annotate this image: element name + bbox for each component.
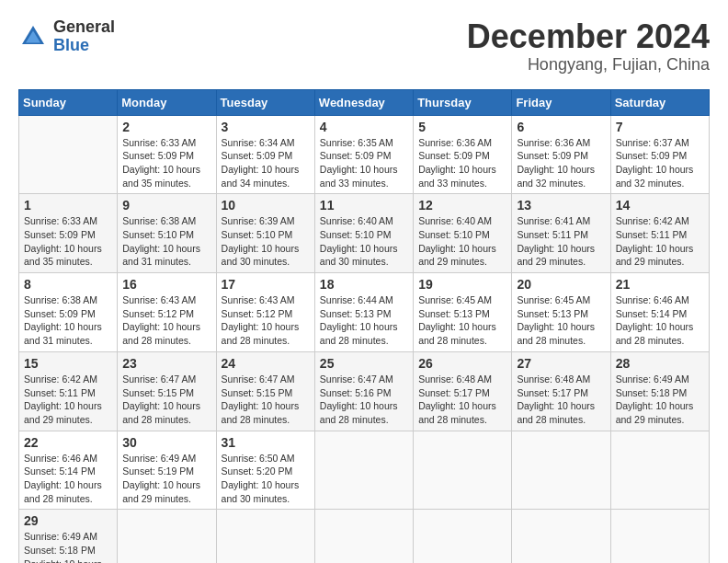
calendar-day-cell: 6Sunrise: 6:36 AM Sunset: 5:09 PM Daylig… [512,115,610,194]
calendar-day-cell: 18Sunrise: 6:44 AM Sunset: 5:13 PM Dayli… [314,273,413,352]
day-of-week-header: Monday [118,89,216,115]
calendar-day-cell: 21Sunrise: 6:46 AM Sunset: 5:14 PM Dayli… [610,273,709,352]
logo: General Blue [18,18,115,55]
calendar-day-cell [314,431,413,510]
calendar-day-cell [19,115,118,194]
day-number: 30 [122,435,210,450]
day-number: 29 [24,513,112,528]
calendar-day-cell: 10Sunrise: 6:39 AM Sunset: 5:10 PM Dayli… [216,194,314,273]
day-detail: Sunrise: 6:36 AM Sunset: 5:09 PM Dayligh… [418,136,506,190]
calendar-day-cell: 23Sunrise: 6:47 AM Sunset: 5:15 PM Dayli… [118,351,216,431]
calendar-day-cell: 29Sunrise: 6:49 AM Sunset: 5:18 PM Dayli… [19,510,118,563]
day-number: 5 [418,120,506,134]
calendar-day-cell: 13Sunrise: 6:41 AM Sunset: 5:11 PM Dayli… [512,194,610,273]
day-number: 28 [616,356,704,371]
day-number: 2 [122,120,210,134]
calendar-day-cell: 14Sunrise: 6:42 AM Sunset: 5:11 PM Dayli… [610,194,709,273]
day-number: 6 [517,120,605,134]
day-number: 26 [418,356,506,371]
calendar-day-cell: 20Sunrise: 6:45 AM Sunset: 5:13 PM Dayli… [512,273,610,352]
day-number: 10 [222,198,310,213]
day-number: 11 [320,198,408,213]
day-detail: Sunrise: 6:41 AM Sunset: 5:11 PM Dayligh… [517,214,605,269]
calendar-day-cell: 26Sunrise: 6:48 AM Sunset: 5:17 PM Dayli… [414,351,512,431]
day-number: 21 [616,277,704,292]
calendar-day-cell: 7Sunrise: 6:37 AM Sunset: 5:09 PM Daylig… [610,115,709,194]
calendar-week-row: 15Sunrise: 6:42 AM Sunset: 5:11 PM Dayli… [19,351,710,431]
day-number: 13 [517,198,605,213]
day-detail: Sunrise: 6:49 AM Sunset: 5:18 PM Dayligh… [616,373,704,427]
calendar-day-cell: 12Sunrise: 6:40 AM Sunset: 5:10 PM Dayli… [414,194,512,273]
day-number: 4 [320,120,408,134]
day-number: 8 [24,277,112,292]
day-number: 14 [616,198,704,213]
day-detail: Sunrise: 6:40 AM Sunset: 5:10 PM Dayligh… [418,214,506,269]
day-number: 9 [122,198,210,213]
day-number: 17 [222,277,310,292]
day-detail: Sunrise: 6:48 AM Sunset: 5:17 PM Dayligh… [418,373,506,427]
day-number: 25 [320,356,408,371]
day-of-week-header: Wednesday [314,89,413,115]
day-number: 22 [24,435,112,450]
day-number: 16 [122,277,210,292]
day-number: 27 [517,356,605,371]
day-number: 31 [222,435,310,450]
day-number: 18 [320,277,408,292]
calendar-day-cell: 3Sunrise: 6:34 AM Sunset: 5:09 PM Daylig… [216,115,314,194]
day-detail: Sunrise: 6:34 AM Sunset: 5:09 PM Dayligh… [222,136,310,190]
day-detail: Sunrise: 6:38 AM Sunset: 5:10 PM Dayligh… [122,214,210,269]
day-detail: Sunrise: 6:39 AM Sunset: 5:10 PM Dayligh… [222,214,310,269]
logo-general: General [53,18,115,37]
day-number: 20 [517,277,605,292]
day-detail: Sunrise: 6:33 AM Sunset: 5:09 PM Dayligh… [24,214,112,269]
calendar-day-cell: 19Sunrise: 6:45 AM Sunset: 5:13 PM Dayli… [414,273,512,352]
title-block: December 2024 Hongyang, Fujian, China [467,18,710,75]
day-detail: Sunrise: 6:40 AM Sunset: 5:10 PM Dayligh… [320,214,408,269]
day-detail: Sunrise: 6:49 AM Sunset: 5:18 PM Dayligh… [24,530,112,563]
calendar-day-cell [216,510,314,563]
day-number: 1 [24,198,112,213]
calendar-day-cell: 1Sunrise: 6:33 AM Sunset: 5:09 PM Daylig… [19,194,118,273]
day-detail: Sunrise: 6:46 AM Sunset: 5:14 PM Dayligh… [616,293,704,348]
logo-icon [18,22,48,52]
calendar-day-cell: 22Sunrise: 6:46 AM Sunset: 5:14 PM Dayli… [19,431,118,510]
calendar-table: SundayMondayTuesdayWednesdayThursdayFrid… [18,89,710,563]
calendar-week-row: 2Sunrise: 6:33 AM Sunset: 5:09 PM Daylig… [19,115,710,194]
day-number: 15 [24,356,112,371]
calendar-day-cell [610,431,709,510]
day-detail: Sunrise: 6:33 AM Sunset: 5:09 PM Dayligh… [122,136,210,190]
day-of-week-header: Sunday [19,89,118,115]
calendar-week-row: 29Sunrise: 6:49 AM Sunset: 5:18 PM Dayli… [19,510,710,563]
day-number: 12 [418,198,506,213]
calendar-day-cell: 15Sunrise: 6:42 AM Sunset: 5:11 PM Dayli… [19,351,118,431]
calendar-week-row: 8Sunrise: 6:38 AM Sunset: 5:09 PM Daylig… [19,273,710,352]
day-detail: Sunrise: 6:49 AM Sunset: 5:19 PM Dayligh… [122,452,210,506]
calendar-day-cell: 8Sunrise: 6:38 AM Sunset: 5:09 PM Daylig… [19,273,118,352]
calendar-day-cell [610,510,709,563]
calendar-day-cell: 31Sunrise: 6:50 AM Sunset: 5:20 PM Dayli… [216,431,314,510]
calendar-day-cell [414,510,512,563]
calendar-day-cell: 16Sunrise: 6:43 AM Sunset: 5:12 PM Dayli… [118,273,216,352]
calendar-day-cell: 5Sunrise: 6:36 AM Sunset: 5:09 PM Daylig… [414,115,512,194]
day-detail: Sunrise: 6:47 AM Sunset: 5:15 PM Dayligh… [222,373,310,427]
calendar-day-cell [512,431,610,510]
calendar-day-cell [118,510,216,563]
day-of-week-header: Tuesday [216,89,314,115]
day-detail: Sunrise: 6:38 AM Sunset: 5:09 PM Dayligh… [24,293,112,348]
day-number: 19 [418,277,506,292]
calendar-header-row: SundayMondayTuesdayWednesdayThursdayFrid… [19,89,710,115]
calendar-day-cell: 27Sunrise: 6:48 AM Sunset: 5:17 PM Dayli… [512,351,610,431]
calendar-day-cell: 30Sunrise: 6:49 AM Sunset: 5:19 PM Dayli… [118,431,216,510]
calendar-week-row: 22Sunrise: 6:46 AM Sunset: 5:14 PM Dayli… [19,431,710,510]
calendar-day-cell: 28Sunrise: 6:49 AM Sunset: 5:18 PM Dayli… [610,351,709,431]
day-number: 3 [222,120,310,134]
day-detail: Sunrise: 6:48 AM Sunset: 5:17 PM Dayligh… [517,373,605,427]
calendar-day-cell: 2Sunrise: 6:33 AM Sunset: 5:09 PM Daylig… [118,115,216,194]
logo-text: General Blue [53,18,115,55]
calendar-day-cell: 25Sunrise: 6:47 AM Sunset: 5:16 PM Dayli… [314,351,413,431]
day-detail: Sunrise: 6:45 AM Sunset: 5:13 PM Dayligh… [418,293,506,348]
day-of-week-header: Thursday [414,89,512,115]
day-number: 7 [616,120,704,134]
calendar-subtitle: Hongyang, Fujian, China [467,55,710,75]
day-number: 24 [222,356,310,371]
